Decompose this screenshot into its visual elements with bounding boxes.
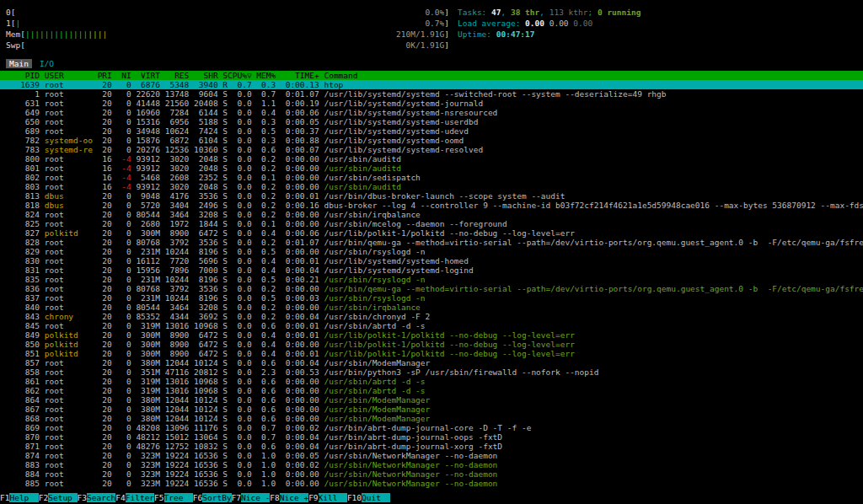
column-header-ni[interactable]: NI <box>112 71 131 80</box>
column-header-res[interactable]: RES <box>160 71 189 80</box>
process-row-selected[interactable]: 1639root200687653483940R0.70.30:00.13hto… <box>0 80 863 89</box>
column-header-mem[interactable]: MEM% <box>252 71 276 80</box>
column-header-shr[interactable]: SHR <box>189 71 217 80</box>
process-row[interactable]: 862root200319M1301610968S0.00.60:00.00/u… <box>0 386 863 395</box>
fkey-label: SortBy <box>202 493 231 502</box>
process-row[interactable]: 868root200380M1204410124S0.00.60:00.00/u… <box>0 414 863 423</box>
process-row[interactable]: 850polkitd200300M89006472S0.00.40:00.00/… <box>0 340 863 349</box>
process-row[interactable]: 883root200323M1922416536S0.01.00:00.02/u… <box>0 460 863 469</box>
column-header-cpu[interactable]: CPU%▽ <box>228 71 252 80</box>
fkey-f5[interactable]: F5Tree <box>154 493 193 502</box>
process-row[interactable]: 864root200380M1204410124S0.00.60:00.00/u… <box>0 395 863 405</box>
process-row[interactable]: 840root2008054434643208S0.00.20:00.00/us… <box>0 303 863 312</box>
cell-cmd: /usr/lib/systemd/systemd-nsresourced <box>324 108 863 117</box>
cell-res: 13096 <box>160 423 189 432</box>
column-header-user[interactable]: USER <box>45 71 93 80</box>
process-row[interactable]: 825root200268019721844S0.00.10:00.00/usr… <box>0 219 863 228</box>
cell-mem: 1.0 <box>252 469 276 479</box>
cell-cpu: 0.0 <box>228 219 252 228</box>
process-row[interactable]: 858root200351M4711620812S0.02.30:00.53/u… <box>0 367 863 377</box>
cell-mem: 0.1 <box>252 173 276 182</box>
process-row[interactable]: 783systemd-re200202761253610360S0.00.60:… <box>0 145 863 154</box>
column-header-virt[interactable]: VIRT <box>131 71 160 80</box>
process-row[interactable]: 837root200231M102448196S0.00.50:00.03/us… <box>0 293 863 303</box>
process-row[interactable]: 813dbus200904841763536S0.00.20:00.01/usr… <box>0 191 863 201</box>
process-row[interactable]: 851polkitd200300M89006472S0.00.40:00.01/… <box>0 349 863 358</box>
column-header-pid[interactable]: PID <box>6 71 40 80</box>
fkey-f7[interactable]: F7Nice - <box>232 493 271 502</box>
cell-cmd: /usr/bin/abrt-dump-journal-core -D -T -f… <box>324 423 863 432</box>
column-header-s[interactable]: S <box>218 71 228 80</box>
fkey-f10[interactable]: F10Quit <box>347 493 390 502</box>
cell-pid: 689 <box>6 126 40 136</box>
process-row[interactable]: 828root2008076837923536S0.00.20:01.07/us… <box>0 238 863 247</box>
cell-cpu: 0.0 <box>228 432 252 442</box>
fkey-f1[interactable]: F1Help <box>0 493 39 502</box>
process-row[interactable]: 800root16-49391230202048S0.00.20:00.00/u… <box>0 154 863 164</box>
fkey-f4[interactable]: F4Filter <box>115 493 154 502</box>
fkey-f2[interactable]: F2Setup <box>39 493 78 502</box>
column-header-time[interactable]: TIME+ <box>276 71 319 80</box>
cell-virt: 380M <box>131 395 160 405</box>
cell-mem: 0.5 <box>252 126 276 136</box>
cell-pri: 20 <box>93 330 112 340</box>
process-row[interactable]: 824root2008054434643208S0.00.20:00.00/us… <box>0 210 863 219</box>
cell-virt: 380M <box>131 414 160 423</box>
process-row[interactable]: 831root2001595678967000S0.00.40:00.04/us… <box>0 265 863 275</box>
fkey-f9[interactable]: F9Kill <box>308 493 347 502</box>
cell-cpu: 0.0 <box>228 99 252 108</box>
process-row[interactable]: 827polkitd200300M89006472S0.00.40:00.06/… <box>0 228 863 238</box>
process-row[interactable]: 871root200482761275210832S0.00.60:00.04/… <box>0 442 863 451</box>
fkey-f6[interactable]: F6SortBy <box>193 493 232 502</box>
process-row[interactable]: 870root200482121501213064S0.00.70:00.04/… <box>0 432 863 442</box>
process-row[interactable]: 803root16-49391230202048S0.00.20:00.00/u… <box>0 182 863 191</box>
process-row[interactable]: 801root16-49391230202048S0.00.20:00.00/u… <box>0 164 863 173</box>
process-row[interactable]: 1root20022620137489604S0.00.70:01.07/usr… <box>0 89 863 99</box>
fkey-number: F8 <box>270 493 279 502</box>
process-row[interactable]: 884root200323M1922416536S0.01.00:00.00/u… <box>0 469 863 479</box>
process-row[interactable]: 802root16-4546826082352S0.00.10:00.00/us… <box>0 173 863 182</box>
process-row[interactable]: 845root200319M1301610968S0.00.60:00.01/u… <box>0 321 863 330</box>
process-row[interactable]: 857root200380M1204410124S0.00.60:00.04/u… <box>0 358 863 367</box>
tab-main[interactable]: Main <box>6 59 32 68</box>
cell-shr: 8196 <box>189 275 217 284</box>
cell-shr: 10124 <box>189 405 217 414</box>
process-row[interactable]: 830root2001611277205696S0.00.40:00.01/us… <box>0 256 863 265</box>
process-row[interactable]: 649root2001696072846144S0.00.40:00.06/us… <box>0 108 863 117</box>
cell-shr: 10968 <box>189 377 217 386</box>
cell-user: root <box>45 395 93 405</box>
process-row[interactable]: 849polkitd200300M89006472S0.00.40:00.01/… <box>0 330 863 340</box>
process-row[interactable]: 782systemd-oo2001587668726104S0.00.30:00… <box>0 136 863 145</box>
process-row[interactable]: 689root20034948106247424S0.00.50:00.37/u… <box>0 126 863 136</box>
process-row[interactable]: 829root200231M102448196S0.00.50:00.00/us… <box>0 247 863 256</box>
process-row[interactable]: 867root200380M1204410124S0.00.60:00.00/u… <box>0 405 863 414</box>
cell-user: root <box>45 173 93 182</box>
cell-cpu: 0.0 <box>228 210 252 219</box>
column-header-cmd[interactable]: Command <box>324 71 863 80</box>
cell-user: root <box>45 80 93 89</box>
cell-shr: 16536 <box>189 469 217 479</box>
process-row[interactable]: 835root200231M102448196S0.00.50:00.21/us… <box>0 275 863 284</box>
process-row[interactable]: 874root200323M1922416536S0.01.00:00.05/u… <box>0 451 863 460</box>
cell-ni: 0 <box>112 479 131 488</box>
cell-pid: 836 <box>6 284 40 293</box>
tab-io[interactable]: I/O <box>40 59 54 68</box>
process-row[interactable]: 818dbus200572034042496S0.00.20:00.16dbus… <box>0 201 863 210</box>
process-row[interactable]: 650root2001531669565188S0.00.30:00.05/us… <box>0 117 863 126</box>
process-row[interactable]: 885root200323M1922416536S0.01.00:00.00/u… <box>0 479 863 488</box>
cell-pid: 631 <box>6 99 40 108</box>
process-row[interactable]: 843chrony2008535243443692S0.00.20:00.04/… <box>0 312 863 321</box>
bracket-close: ] <box>444 18 449 29</box>
fkey-f8[interactable]: F8Nice + <box>270 493 308 502</box>
cell-pid: 868 <box>6 414 40 423</box>
column-header-pri[interactable]: PRI <box>93 71 112 80</box>
process-row[interactable]: 869root200482081309611176S0.00.70:00.02/… <box>0 423 863 432</box>
process-row[interactable]: 836root2008076837923536S0.00.20:00.00/us… <box>0 284 863 293</box>
fkey-f3[interactable]: F3Search <box>78 493 116 502</box>
process-row[interactable]: 631root200414482156020408S0.01.10:00.19/… <box>0 99 863 108</box>
process-row[interactable]: 861root200319M1301610968S0.00.60:00.00/u… <box>0 377 863 386</box>
cell-cmd: /usr/sbin/mcelog --daemon --foreground <box>324 219 863 228</box>
cell-pid: 813 <box>6 191 40 201</box>
cell-s: S <box>218 191 228 201</box>
cell-time: 0:00.53 <box>276 367 319 377</box>
